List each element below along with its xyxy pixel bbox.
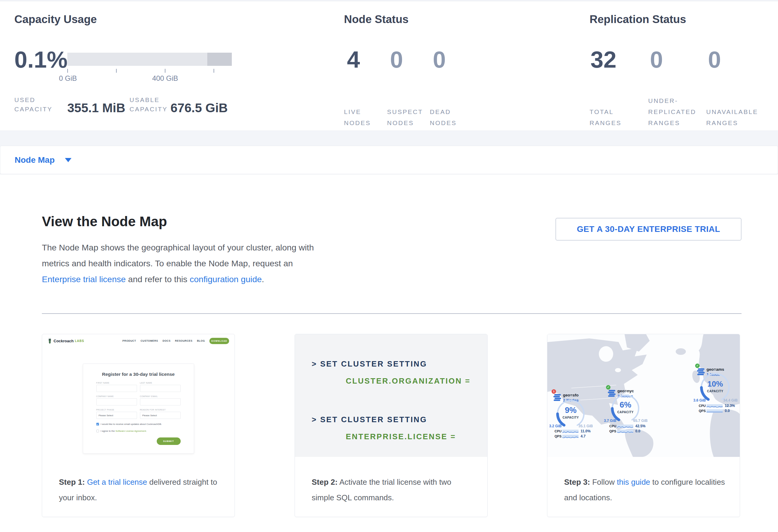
cpu-value: 12.3% (725, 404, 735, 408)
sql-line-3: > SET CLUSTER SETTING (312, 415, 487, 424)
mini-field-label: PROJECT PHASE (96, 409, 137, 411)
capacity-axis-tick (116, 69, 116, 73)
capacity-bar: 0 GiB 400 GiB (67, 53, 232, 66)
gauge-capacity-label: CAPACITY (554, 416, 587, 419)
used-capacity-label-line1: USED (14, 96, 35, 103)
gauge-percent: 9% (554, 406, 587, 415)
sql-line-4: ENTERPRISE.LICENSE = (346, 432, 487, 441)
mini-nav-docs: DOCS (163, 339, 171, 342)
unavailable-ranges-value: 0 (708, 48, 721, 71)
mini-site-header: Cockroach LABS PRODUCT CUSTOMERS DOCS RE… (42, 334, 235, 348)
total-gib: 34.4 GiB (723, 398, 737, 402)
total-ranges-label-line1: TOTAL (590, 106, 622, 117)
capacity-axis-tick (67, 69, 68, 73)
mini-check2-pre: I agree to the (101, 430, 115, 432)
live-nodes-value: 4 (347, 48, 360, 71)
live-nodes-label-line1: LIVE (344, 106, 371, 117)
step1-caption: Step 1: Get a trial license delivered st… (42, 457, 235, 505)
capacity-used-percent: 0.1% (14, 48, 68, 71)
cpu-label: CPU (699, 404, 706, 407)
usable-capacity-label: USABLE CAPACITY (130, 95, 167, 114)
mini-license-agreement-checkbox-row: I agree to the Software License Agreemen… (96, 430, 181, 433)
configuration-guide-link[interactable]: configuration guide (189, 275, 262, 284)
gauge-gib-range: 3.6 GiB 34.4 GiB (693, 398, 737, 402)
mini-license-agreement-link: Software License Agreement. (115, 430, 147, 432)
healthy-badge-icon: ✓ (695, 364, 700, 368)
suspect-nodes-value: 0 (390, 48, 403, 71)
this-guide-link[interactable]: this guide (617, 477, 650, 486)
cpu-metric-row: CPU 12.3% (699, 404, 735, 408)
capacity-axis-tick (165, 69, 165, 73)
mini-field-first-name: FIRST NAME (96, 382, 137, 392)
step2-prefix: Step 2: (312, 477, 338, 486)
capacity-bar-track (67, 53, 232, 66)
total-gib: 65.7 GiB (633, 419, 647, 423)
mini-submit-button: SUBMIT (157, 438, 181, 445)
capacity-bar-used-segment (207, 53, 232, 66)
gauge-gib-range: 3.2 GiB 35.1 GiB (549, 424, 593, 428)
qps-value: 4.7 (580, 434, 586, 438)
used-gib: 3.6 GiB (693, 398, 706, 402)
checkbox-empty-icon (96, 430, 99, 432)
mini-brand-labs-text: LABS (75, 339, 84, 343)
node-map-description: The Node Map shows the geographical layo… (42, 240, 332, 287)
mini-check1-text: I would like to receive email updates ab… (101, 423, 162, 426)
cluster-summary-panel: Capacity Usage 0.1% 0 GiB 400 GiB USED C… (0, 1, 778, 131)
qps-label: QPS (699, 409, 706, 412)
view-selector-label[interactable]: Node Map (15, 155, 55, 165)
step1-prefix: Step 1: (59, 477, 85, 486)
mini-select: Please Select (140, 412, 181, 419)
capacity-usage-title: Capacity Usage (14, 13, 328, 26)
suspect-nodes-label: SUSPECT NODES (387, 88, 423, 128)
mini-field-project-phase: PROJECT PHASE Please Select (96, 409, 137, 419)
checkbox-checked-icon (96, 423, 99, 426)
step1-card: Cockroach LABS PRODUCT CUSTOMERS DOCS RE… (42, 334, 235, 517)
mini-field-label: COMPANY EMAIL (140, 395, 181, 397)
mini-input (140, 385, 181, 392)
qps-sparkline (562, 435, 578, 438)
enterprise-trial-button[interactable]: GET A 30-DAY ENTERPRISE TRIAL (555, 218, 742, 241)
qps-sparkline (706, 409, 723, 412)
mini-input (140, 398, 181, 405)
trial-license-signup-screenshot: Cockroach LABS PRODUCT CUSTOMERS DOCS RE… (42, 334, 235, 457)
mini-field-label: LAST NAME (140, 382, 181, 384)
capacity-axis-label-400: 400 GiB (152, 74, 178, 83)
node-status-section: Node Status 4 LIVE NODES 0 SUSPECT NODES… (344, 13, 535, 26)
replication-status-section: Replication Status 32 TOTAL RANGES 0 UND… (590, 13, 775, 26)
mini-field-reason: REASON FOR INTEREST Please Select (140, 409, 181, 419)
view-selector-dropdown[interactable]: Node Map (0, 146, 778, 174)
step2-caption: Step 2: Activate the trial license with … (295, 457, 487, 505)
gauge-percent: 6% (609, 400, 642, 409)
total-ranges-value: 32 (591, 48, 617, 71)
qps-metric-row: QPS 0.0 (609, 429, 640, 433)
qps-label: QPS (609, 429, 617, 433)
capacity-axis-tick (214, 69, 214, 73)
mini-site-nav: PRODUCT CUSTOMERS DOCS RESOURCES BLOG (122, 339, 205, 342)
suspect-nodes-label-line2: NODES (387, 117, 423, 128)
description-text-3: . (262, 275, 264, 284)
dead-nodes-value: 0 (433, 48, 446, 71)
under-replicated-label-line3: RANGES (648, 117, 696, 128)
step2-card: > SET CLUSTER SETTING CLUSTER.ORGANIZATI… (295, 334, 487, 517)
usable-capacity-label-line2: CAPACITY (130, 105, 167, 112)
mini-form-title: Register for a 30-day trial license (96, 372, 181, 377)
sql-line-2: CLUSTER.ORGANIZATION = (346, 376, 487, 386)
mini-field-label: COMPANY NAME (96, 395, 137, 397)
mini-nav-resources: RESOURCES (175, 339, 192, 342)
used-capacity-label: USED CAPACITY (14, 95, 52, 114)
mini-download-button: DOWNLOAD (209, 338, 229, 344)
page-title: View the Node Map (42, 213, 167, 229)
cpu-sparkline (617, 425, 633, 428)
gauge-capacity-label: CAPACITY (609, 410, 642, 414)
mini-check2-text: I agree to the Software License Agreemen… (101, 430, 147, 433)
mini-nav-blog: BLOG (197, 339, 205, 342)
step3-prefix: Step 3: (564, 477, 590, 486)
mini-select: Please Select (96, 412, 137, 419)
mini-input (96, 385, 137, 392)
mini-input (96, 398, 137, 405)
enterprise-trial-license-link[interactable]: Enterprise trial license (42, 275, 126, 284)
get-trial-license-link[interactable]: Get a trial license (87, 477, 147, 486)
capacity-usage-section: Capacity Usage 0.1% 0 GiB 400 GiB USED C… (14, 13, 328, 26)
node-map-screenshot: 1 geo=sfo 2 Nodes 9% CAPACITY 3.2 GiB 35 (547, 334, 740, 457)
sql-line-1: > SET CLUSTER SETTING (312, 359, 487, 369)
